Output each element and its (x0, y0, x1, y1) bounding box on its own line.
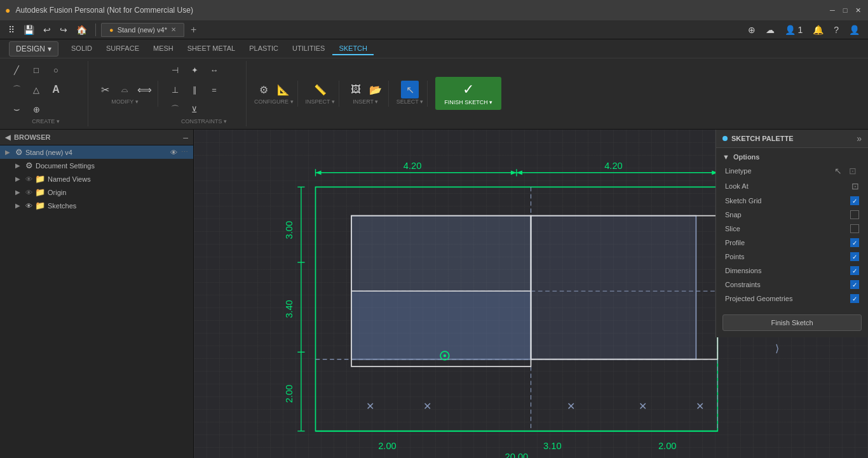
minimize-button[interactable]: ─ (827, 5, 837, 15)
tree-item-origin[interactable]: ▶ 👁 📁 Origin (0, 185, 193, 199)
constraints-checkbox[interactable]: ✓ (850, 280, 859, 289)
insert-label[interactable]: INSERT ▾ (353, 98, 378, 105)
help-button[interactable]: ? (831, 23, 842, 37)
undo-button[interactable]: ↩ (40, 23, 54, 37)
add-design-button[interactable]: ⊕ (745, 23, 759, 37)
tree-toggle-origin[interactable]: ▶ (15, 189, 23, 196)
active-tab[interactable]: ● Stand (new) v4* ✕ (101, 23, 184, 37)
modify-label[interactable]: MODIFY ▾ (111, 98, 138, 105)
eye-root-icon[interactable]: 👁 (170, 149, 177, 156)
notification-button[interactable]: 🔔 (810, 23, 827, 37)
tab-surface[interactable]: SURFACE (100, 43, 146, 55)
measure-button[interactable]: 📏 (311, 81, 329, 98)
select-button[interactable]: ↖ (401, 81, 419, 98)
insert-image-button[interactable]: 🖼 (347, 81, 365, 98)
slice-checkbox[interactable] (850, 224, 859, 233)
constraint-horizontal[interactable]: ↔ (205, 61, 223, 79)
constraint-coincident[interactable]: ✦ (186, 61, 203, 79)
svg-marker-6 (316, 170, 322, 175)
finish-sketch-button[interactable]: ✓ FINISH SKETCH ▾ (435, 77, 501, 110)
insert-dxf-button[interactable]: 📂 (367, 81, 384, 98)
constraint-symmetric[interactable]: ⊻ (186, 100, 203, 118)
home-button[interactable]: 🏠 (73, 23, 90, 37)
settings-root-icon[interactable]: ⋯ (181, 148, 188, 156)
save-button[interactable]: 💾 (20, 23, 37, 37)
fillet-button[interactable]: ⌓ (116, 81, 133, 98)
account-button[interactable]: 👤 (846, 23, 863, 37)
tree-toggle-sketches[interactable]: ▶ (15, 202, 23, 209)
inspect-label[interactable]: INSPECT ▾ (306, 98, 335, 105)
eye-sketches-icon[interactable]: 👁 (25, 202, 32, 210)
constraint-parallel[interactable]: ∥ (186, 81, 203, 98)
dimensions-checkbox[interactable]: ✓ (850, 266, 859, 275)
tree-toggle-views[interactable]: ▶ (15, 175, 23, 182)
linetype-alt-icon[interactable]: ⊡ (846, 166, 859, 176)
create-label[interactable]: CREATE ▾ (32, 118, 59, 125)
constraint-fix[interactable]: ⊣ (166, 61, 184, 79)
constraint-x3: ✕ (567, 401, 575, 412)
form-params-button[interactable]: ⚙ (255, 81, 273, 98)
rectangle-button[interactable]: □ (27, 61, 45, 79)
palette-expand-button[interactable]: » (857, 133, 862, 144)
tab-utilities[interactable]: UTILITIES (286, 43, 331, 55)
browser-collapse-icon[interactable]: ◀ (5, 133, 10, 142)
browser-minimize-icon[interactable]: – (183, 132, 188, 142)
maximize-button[interactable]: □ (840, 5, 850, 15)
edit-params-button[interactable]: 📐 (275, 81, 292, 98)
design-menu-button[interactable]: DESIGN ▾ (9, 41, 58, 57)
canvas-area[interactable]: 4.20 4.20 3.00 3.40 2.00 (194, 130, 868, 458)
offset-button[interactable]: ⊕ (27, 100, 45, 118)
palette-finish-sketch-button[interactable]: Finish Sketch (722, 314, 862, 331)
autosave-icon[interactable]: ☁ (763, 23, 778, 37)
constraints-label[interactable]: CONSTRAINTS ▾ (181, 118, 227, 125)
user-count-button[interactable]: 👤 1 (782, 23, 806, 37)
palette-section-header[interactable]: ▼ Options (716, 151, 868, 163)
linetype-cursor-icon[interactable]: ↖ (832, 166, 844, 176)
line-button[interactable]: ╱ (8, 61, 25, 79)
palette-options-section: ▼ Options Linetype ↖ ⊡ Look At ⊡ (716, 148, 868, 308)
add-tab-button[interactable]: + (187, 24, 200, 36)
redo-button[interactable]: ↪ (57, 23, 71, 37)
tree-item-root[interactable]: ▶ ⚙ Stand (new) v4 👁 ⋯ (0, 145, 193, 159)
tab-close-icon[interactable]: ✕ (171, 26, 176, 33)
window-controls[interactable]: ─ □ ✕ (827, 5, 863, 15)
tab-sketch[interactable]: SKETCH (332, 43, 374, 55)
eye-views-icon[interactable]: 👁 (25, 175, 32, 183)
tree-item-sketches[interactable]: ▶ 👁 📁 Sketches (0, 199, 193, 212)
constraint-tangent[interactable]: ⌒ (166, 100, 184, 118)
palette-section-label: Options (733, 153, 760, 161)
tab-solid[interactable]: SOLID (65, 43, 98, 55)
select-group: ↖ SELECT ▾ (393, 81, 428, 107)
tree-item-named-views[interactable]: ▶ 👁 📁 Named Views (0, 172, 193, 185)
snap-checkbox[interactable] (850, 210, 859, 219)
arc-button[interactable]: ⌒ (8, 81, 25, 98)
eye-origin-icon[interactable]: 👁 (25, 189, 32, 196)
tab-sheetmetal[interactable]: SHEET METAL (181, 43, 241, 55)
tab-plastic[interactable]: PLASTIC (243, 43, 285, 55)
sketchgrid-checkbox[interactable]: ✓ (850, 196, 859, 205)
linetype-control[interactable]: ↖ ⊡ (832, 166, 859, 176)
points-checkbox[interactable]: ✓ (850, 252, 859, 261)
circle-button[interactable]: ○ (47, 61, 65, 79)
tree-toggle-root[interactable]: ▶ (5, 149, 13, 156)
tree-toggle-doc[interactable]: ▶ (15, 162, 23, 169)
mirror-button[interactable]: ⟺ (135, 81, 154, 98)
grid-menu-button[interactable]: ⠿ (5, 23, 18, 37)
projected-checkbox[interactable]: ✓ (850, 294, 859, 303)
spline-button[interactable]: ⌣ (8, 100, 25, 118)
constraint-perp[interactable]: ⊥ (166, 81, 184, 98)
configure-label[interactable]: CONFIGURE ▾ (254, 98, 294, 105)
constraint-equal[interactable]: = (205, 81, 223, 98)
lookat-control[interactable]: ⊡ (851, 181, 859, 191)
browser-header: ◀ BROWSER – (0, 130, 193, 145)
finish-sketch-icon: ✓ (463, 81, 474, 98)
close-button[interactable]: ✕ (853, 5, 863, 15)
tab-mesh[interactable]: MESH (147, 43, 180, 55)
profile-checkbox[interactable]: ✓ (850, 238, 859, 247)
text-button[interactable]: A (47, 81, 65, 98)
tree-item-doc-settings[interactable]: ▶ ⚙ Document Settings (0, 159, 193, 172)
select-label[interactable]: SELECT ▾ (397, 98, 423, 105)
lookat-icon[interactable]: ⊡ (851, 181, 859, 191)
trim-button[interactable]: ✂ (96, 81, 114, 98)
polygon-button[interactable]: △ (27, 81, 45, 98)
